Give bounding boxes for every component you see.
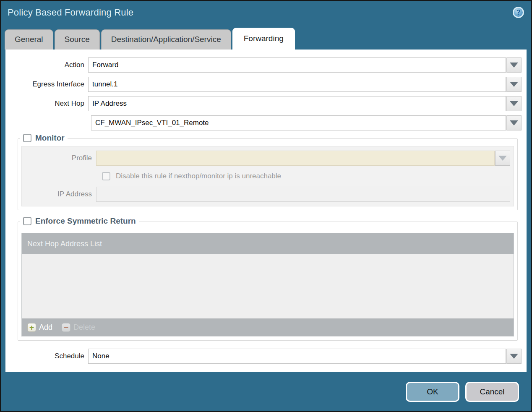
profile-dropdown-button	[495, 151, 510, 166]
next-hop-address-dropdown-button[interactable]	[506, 115, 522, 130]
action-row: Action Forward	[5, 57, 527, 73]
tab-forwarding[interactable]: Forwarding	[232, 28, 295, 50]
action-dropdown-button[interactable]	[506, 57, 522, 73]
schedule-dropdown-button[interactable]	[506, 349, 522, 364]
next-hop-row: Next Hop IP Address	[5, 96, 527, 111]
next-hop-address-list-header: Next Hop Address List	[22, 233, 514, 254]
chevron-down-icon	[498, 156, 507, 161]
monitor-panel: Profile Disable this rule if nexthop/mon…	[21, 146, 514, 206]
tab-bar: General Source Destination/Application/S…	[1, 23, 531, 50]
disable-rule-checkbox	[102, 172, 110, 180]
monitor-ip-label: IP Address	[22, 190, 96, 198]
chevron-down-icon	[510, 354, 518, 359]
chevron-down-icon	[510, 63, 518, 68]
next-hop-address-list-body[interactable]	[22, 254, 514, 318]
profile-select	[96, 151, 495, 166]
dialog-footer: OK Cancel	[1, 372, 531, 412]
monitor-ip-input	[96, 187, 510, 202]
enforce-legend: Enforce Symmetric Return	[20, 216, 139, 226]
tab-destination-application-service[interactable]: Destination/Application/Service	[101, 29, 231, 50]
action-select[interactable]: Forward	[88, 57, 506, 73]
monitor-ip-row: IP Address	[22, 187, 510, 202]
add-button-label: Add	[39, 323, 52, 332]
monitor-fieldset: Monitor Profile Disable this rule if nex…	[18, 138, 518, 210]
profile-row: Profile	[22, 151, 510, 166]
egress-interface-row: Egress Interface tunnel.1	[5, 77, 527, 92]
monitor-checkbox[interactable]	[23, 134, 31, 142]
delete-button: − Delete	[62, 323, 95, 332]
next-hop-address-select[interactable]: CF_MWAN_IPsec_VTI_01_Remote	[91, 115, 506, 130]
ok-button[interactable]: OK	[406, 382, 459, 402]
action-label: Action	[5, 61, 88, 69]
next-hop-label: Next Hop	[5, 99, 88, 108]
monitor-legend: Monitor	[20, 133, 68, 143]
chevron-down-icon	[510, 101, 518, 106]
chevron-down-icon	[510, 120, 518, 125]
next-hop-type-select[interactable]: IP Address	[88, 96, 506, 111]
egress-interface-dropdown-button[interactable]	[506, 77, 522, 92]
enforce-symmetric-return-checkbox[interactable]	[23, 217, 31, 225]
dialog-title: Policy Based Forwarding Rule	[8, 7, 133, 18]
schedule-row: Schedule None	[5, 349, 527, 364]
enforce-symmetric-return-fieldset: Enforce Symmetric Return Next Hop Addres…	[18, 222, 518, 341]
enforce-inner: Next Hop Address List + Add − Delete	[18, 222, 517, 340]
egress-interface-select[interactable]: tunnel.1	[88, 77, 506, 92]
disable-rule-row: Disable this rule if nexthop/monitor ip …	[102, 171, 510, 182]
dialog-titlebar: Policy Based Forwarding Rule ?	[1, 1, 531, 23]
monitor-inner: Profile Disable this rule if nexthop/mon…	[18, 139, 517, 210]
schedule-label: Schedule	[5, 352, 88, 360]
help-icon[interactable]: ?	[513, 7, 524, 18]
next-hop-address-row: CF_MWAN_IPsec_VTI_01_Remote	[5, 115, 527, 130]
cancel-button[interactable]: Cancel	[465, 382, 519, 402]
forwarding-tab-panel: Action Forward Egress Interface tunnel.1…	[5, 50, 527, 372]
delete-button-label: Delete	[73, 323, 95, 332]
schedule-select[interactable]: None	[88, 349, 506, 364]
monitor-title: Monitor	[35, 133, 65, 143]
tab-source[interactable]: Source	[55, 29, 100, 50]
next-hop-dropdown-button[interactable]	[506, 96, 522, 111]
plus-icon: +	[27, 323, 36, 332]
enforce-symmetric-return-title: Enforce Symmetric Return	[35, 216, 136, 226]
add-button[interactable]: + Add	[27, 323, 52, 332]
disable-rule-label: Disable this rule if nexthop/monitor ip …	[116, 172, 281, 180]
chevron-down-icon	[510, 82, 518, 87]
profile-label: Profile	[22, 154, 96, 162]
tab-general[interactable]: General	[5, 29, 53, 50]
minus-icon: −	[62, 323, 70, 332]
next-hop-address-list-table: Next Hop Address List + Add − Delete	[21, 233, 514, 336]
next-hop-address-list-toolbar: + Add − Delete	[22, 318, 514, 336]
egress-interface-label: Egress Interface	[5, 80, 88, 89]
